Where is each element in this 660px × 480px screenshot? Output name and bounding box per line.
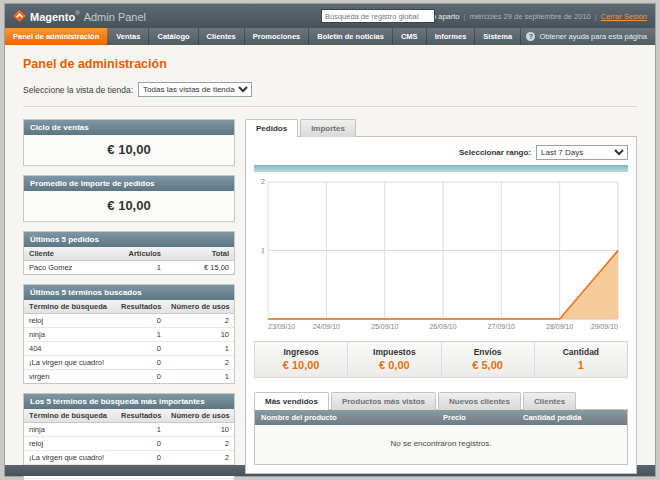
store-view-switcher: Seleccione la vista de tienda: Todas las… [23,82,637,107]
tab-productos-mas-vistos[interactable]: Productos más vistos [331,392,436,410]
range-select[interactable]: Last 7 Days [536,145,628,160]
column-header: Número de usos [166,409,234,423]
tab-pedidos[interactable]: Pedidos [245,119,298,137]
lifetime-sales-value: € 10,00 [24,135,234,165]
stat-value: € 0,00 [348,359,440,371]
tab-mas-vendidos[interactable]: Más vendidos [254,392,329,410]
svg-text:23/09/10: 23/09/10 [268,323,295,330]
table-cell: 1 [116,328,166,342]
dashboard-columns: Ciclo de ventas € 10,00 Promedio de impo… [23,119,637,480]
table-row[interactable]: ninja110 [24,328,234,342]
card-title: Últimos 5 pedidos [24,232,234,247]
table-cell: 0 [116,356,166,370]
chart-widget: 23/09/1024/09/1025/09/1026/09/1027/09/10… [254,165,628,332]
magento-logo-icon [13,10,26,22]
table-cell: 2 [166,437,234,451]
global-search-input[interactable] [321,9,435,23]
card-title: Últimos 5 términos buscados [24,285,234,300]
empty-records-message: No se encontraron registros. [255,425,627,464]
column-header: Artículos [116,247,166,261]
column-header: Cantidad pedida [517,410,627,425]
tab-importes[interactable]: Importes [300,119,356,137]
lifetime-sales-card: Ciclo de ventas € 10,00 [23,119,235,166]
stat-ingresos: Ingresos € 10,00 [255,342,347,377]
stat-label: Cantidad [535,347,627,357]
sales-chart: 23/09/1024/09/1025/09/1026/09/1027/09/10… [254,174,628,332]
card-title: Promedio de importe de pedidos [24,176,234,191]
last-orders-card: Últimos 5 pedidos Cliente Artículos Tota… [23,231,235,275]
svg-text:27/09/10: 27/09/10 [488,323,515,330]
card-title: Ciclo de ventas [24,120,234,135]
chart-panel: Seleccionar rango: Last 7 Days 23/09/102… [245,136,637,474]
table-row[interactable]: reloj02 [24,314,234,328]
nav-item-promociones[interactable]: Promociones [245,28,310,45]
nav-item-sistema[interactable]: Sistema [475,28,521,45]
card-title: Los 5 términos de búsqueda más important… [24,394,234,409]
help-label: Obtener ayuda para esta página [539,32,647,41]
column-header: Cliente [24,247,116,261]
table-cell: 1 [166,370,234,384]
table-row[interactable]: ¡La virgen que cuadro!02 [24,356,234,370]
table-cell: 1 [166,342,234,356]
average-orders-card: Promedio de importe de pedidos € 10,00 [23,175,235,222]
tab-nuevos-clientes[interactable]: Nuevos clientes [438,392,521,410]
nav-item-cms[interactable]: CMS [393,28,427,45]
help-icon: ? [526,32,535,41]
page-title: Panel de administración [23,57,637,71]
store-view-select[interactable]: Todas las vistas de tienda [138,82,252,97]
nav-item-ventas[interactable]: Ventas [108,28,149,45]
last-search-terms-table: Término de búsqueda Resultados Número de… [24,300,234,383]
chart-top-strip [254,165,628,172]
column-header: Total [166,247,234,261]
table-cell: 2 [166,451,234,465]
table-row[interactable]: virgen01 [24,370,234,384]
table-cell: 0 [116,314,166,328]
table-row[interactable]: 40401 [24,342,234,356]
nav-item-informes[interactable]: Informes [427,28,476,45]
stat-value: € 5,00 [442,359,534,371]
stat-cantidad: Cantidad 1 [534,342,627,377]
products-tabs: Más vendidos Productos más vistos Nuevos… [254,392,628,409]
right-column: Pedidos Importes Seleccionar rango: Last… [245,119,637,474]
table-cell: ¡La virgen que cuadro! [24,451,116,465]
table-cell: 10 [166,328,234,342]
nav-item-boletin[interactable]: Boletín de noticias [309,28,393,45]
table-row[interactable]: ninja110 [24,423,234,437]
table-row[interactable]: Paco Gomez1€ 15,00 [24,261,234,275]
table-row[interactable]: reloj02 [24,437,234,451]
table-cell: ninja [24,423,116,437]
brand-title: Magento®Admin Panel [30,7,146,25]
svg-text:25/09/10: 25/09/10 [371,323,398,330]
logout-link[interactable]: Cerrar Sesión [601,12,647,21]
table-cell: 0 [116,451,166,465]
stat-label: Impuestos [348,347,440,357]
column-header: Resultados [116,300,166,314]
totals-bar: Ingresos € 10,00 Impuestos € 0,00 Envíos… [254,341,628,378]
store-view-label: Seleccione la vista de tienda: [23,85,133,95]
stat-label: Envíos [442,347,534,357]
nav-item-panel[interactable]: Panel de administración [5,28,108,45]
table-row[interactable]: ¡La virgen que cuadro!02 [24,451,234,465]
svg-text:1: 1 [261,247,265,254]
table-cell: 1 [116,423,166,437]
nav-item-catalogo[interactable]: Catálogo [149,28,198,45]
table-cell: ¡La virgen que cuadro! [24,356,116,370]
chart-tabs: Pedidos Importes [245,119,637,136]
nav-item-clientes[interactable]: Clientes [199,28,245,45]
svg-text:29/09/10: 29/09/10 [591,323,618,330]
table-cell: 0 [116,370,166,384]
separator: | [463,12,465,21]
stat-envios: Envíos € 5,00 [441,342,534,377]
table-cell: Paco Gomez [24,261,116,275]
magento-logo: Magento®Admin Panel [13,7,146,25]
help-link[interactable]: ? Obtener ayuda para esta página [526,28,655,45]
column-header: Número de usos [166,300,234,314]
table-cell: 1 [116,261,166,275]
separator: | [595,12,597,21]
table-cell: 2 [166,356,234,370]
tab-clientes[interactable]: Clientes [523,392,576,410]
table-cell: 0 [116,437,166,451]
svg-text:26/09/10: 26/09/10 [429,323,456,330]
table-cell: reloj [24,314,116,328]
column-header: Resultados [116,409,166,423]
